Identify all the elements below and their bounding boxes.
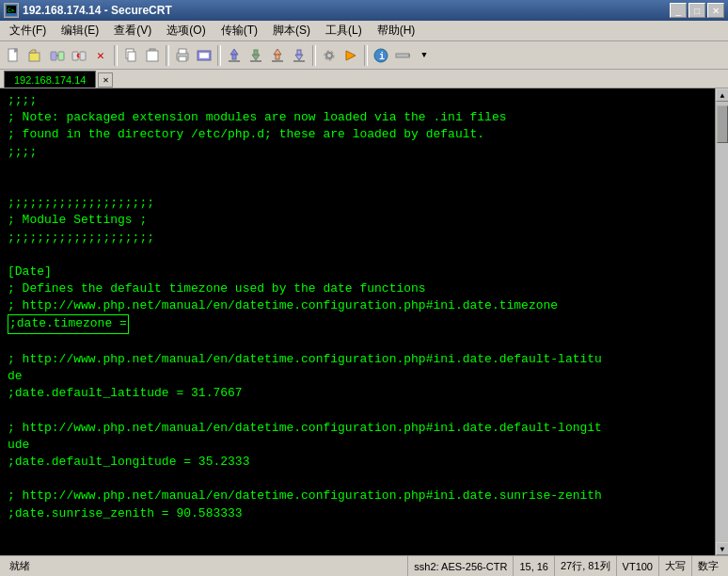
status-connection: ssh2: AES-256-CTR bbox=[408, 556, 514, 576]
toolbar-btn-open[interactable] bbox=[25, 45, 46, 66]
toolbar-btn-print[interactable] bbox=[172, 45, 193, 66]
app-icon: C> bbox=[4, 3, 19, 18]
toolbar-sep-1 bbox=[114, 45, 118, 66]
toolbar-btn-x[interactable]: ✕ bbox=[90, 45, 111, 66]
status-terminal-text: VT100 bbox=[623, 561, 653, 572]
menu-bar: 文件(F) 编辑(E) 查看(V) 选项(O) 传输(T) 脚本(S) 工具(L… bbox=[0, 21, 728, 41]
svg-marker-37 bbox=[346, 51, 356, 60]
toolbar-btn-disconnect[interactable] bbox=[69, 45, 89, 66]
scrollbar-track bbox=[716, 102, 728, 542]
status-mode1: 大写 bbox=[659, 556, 692, 576]
svg-marker-6 bbox=[29, 50, 36, 53]
toolbar-btn-upload[interactable] bbox=[224, 45, 245, 66]
toolbar-sep-4 bbox=[312, 45, 316, 66]
tab-close-btn[interactable]: ✕ bbox=[98, 72, 113, 88]
terminal-content: ;;;; ; Note: packaged extension modules … bbox=[8, 92, 707, 522]
svg-rect-31 bbox=[272, 60, 283, 62]
scrollbar-thumb[interactable] bbox=[717, 105, 728, 143]
status-connection-text: ssh2: AES-256-CTR bbox=[414, 561, 507, 572]
svg-marker-32 bbox=[295, 55, 303, 60]
toolbar-btn-paste[interactable] bbox=[142, 45, 163, 66]
svg-rect-33 bbox=[297, 50, 301, 55]
scrollbar-up-arrow[interactable]: ▲ bbox=[716, 88, 728, 102]
app-window: C> 192.168.174.14 - SecureCRT _ □ ✕ 文件(F… bbox=[0, 0, 728, 576]
status-mode1-text: 大写 bbox=[665, 559, 686, 573]
svg-point-35 bbox=[326, 53, 332, 58]
status-bar: 就绪 ssh2: AES-256-CTR 15, 16 27行, 81列 VT1… bbox=[0, 555, 728, 576]
status-terminal: VT100 bbox=[617, 556, 659, 576]
toolbar-btn-info[interactable]: i bbox=[371, 45, 391, 66]
terminal[interactable]: ;;;; ; Note: packaged extension modules … bbox=[0, 88, 715, 555]
toolbar-btn-connect[interactable] bbox=[47, 45, 68, 66]
svg-rect-19 bbox=[179, 49, 186, 54]
title-bar: C> 192.168.174.14 - SecureCRT _ □ ✕ bbox=[0, 0, 728, 21]
status-text: 就绪 bbox=[9, 559, 30, 573]
terminal-container: ;;;; ; Note: packaged extension modules … bbox=[0, 88, 728, 555]
status-mode2: 数字 bbox=[692, 556, 724, 576]
svg-rect-7 bbox=[51, 52, 56, 60]
scrollbar-vertical[interactable]: ▲ ▼ bbox=[715, 88, 728, 555]
svg-rect-24 bbox=[232, 55, 236, 59]
toolbar: ✕ bbox=[0, 41, 728, 70]
minimize-button[interactable]: _ bbox=[670, 3, 687, 18]
svg-marker-41 bbox=[408, 52, 410, 59]
terminal-line-1: ;;;; ; Note: packaged extension modules … bbox=[8, 93, 558, 312]
status-position: 15, 16 bbox=[514, 556, 555, 576]
tab-label: 192.168.174.14 bbox=[14, 74, 86, 86]
menu-help[interactable]: 帮助(H) bbox=[370, 22, 423, 40]
toolbar-btn-more[interactable] bbox=[392, 45, 413, 66]
toolbar-sep-5 bbox=[364, 45, 368, 66]
svg-rect-8 bbox=[58, 52, 64, 60]
terminal-after-timezone: ; http://www.php.net/manual/en/datetime.… bbox=[8, 352, 602, 520]
status-lines: 27行, 81列 bbox=[555, 556, 617, 576]
status-position-text: 15, 16 bbox=[519, 561, 548, 572]
toolbar-sep-2 bbox=[166, 45, 169, 66]
svg-rect-5 bbox=[29, 53, 40, 61]
svg-text:i: i bbox=[379, 52, 385, 62]
svg-marker-23 bbox=[230, 49, 238, 55]
tab-bar: 192.168.174.14 ✕ bbox=[0, 70, 728, 88]
svg-text:C>: C> bbox=[8, 7, 15, 13]
window-controls: _ □ ✕ bbox=[670, 3, 724, 18]
svg-rect-40 bbox=[396, 54, 409, 57]
svg-rect-22 bbox=[199, 53, 209, 58]
maximize-button[interactable]: □ bbox=[688, 3, 705, 18]
menu-edit[interactable]: 编辑(E) bbox=[54, 22, 106, 40]
svg-rect-34 bbox=[293, 60, 305, 62]
menu-options[interactable]: 选项(O) bbox=[159, 22, 213, 40]
scrollbar-down-arrow[interactable]: ▼ bbox=[716, 542, 728, 555]
svg-rect-20 bbox=[179, 56, 186, 61]
terminal-timezone-line: ;date.timezone = bbox=[8, 314, 129, 333]
svg-marker-29 bbox=[274, 49, 281, 55]
window-title: 192.168.174.14 - SecureCRT bbox=[23, 4, 172, 17]
svg-rect-28 bbox=[250, 60, 261, 62]
tab-session[interactable]: 192.168.174.14 bbox=[4, 71, 96, 88]
svg-rect-17 bbox=[147, 51, 158, 61]
toolbar-btn-macro[interactable] bbox=[340, 45, 361, 66]
close-button[interactable]: ✕ bbox=[707, 3, 724, 18]
menu-tools[interactable]: 工具(L) bbox=[318, 22, 370, 40]
svg-rect-30 bbox=[276, 55, 279, 59]
menu-view[interactable]: 查看(V) bbox=[106, 22, 159, 40]
toolbar-btn-dropdown[interactable]: ▼ bbox=[414, 45, 435, 66]
menu-transfer[interactable]: 传输(T) bbox=[214, 22, 265, 40]
svg-rect-11 bbox=[80, 52, 86, 60]
toolbar-btn-download2[interactable] bbox=[289, 45, 309, 66]
svg-rect-25 bbox=[229, 60, 240, 62]
toolbar-sep-3 bbox=[217, 45, 221, 66]
status-lines-text: 27行, 81列 bbox=[561, 559, 610, 573]
status-ready: 就绪 bbox=[4, 556, 408, 576]
toolbar-btn-download[interactable] bbox=[245, 45, 266, 66]
svg-marker-26 bbox=[252, 55, 260, 60]
status-mode2-text: 数字 bbox=[698, 559, 719, 573]
toolbar-btn-settings[interactable] bbox=[319, 45, 340, 66]
toolbar-btn-upload2[interactable] bbox=[267, 45, 288, 66]
toolbar-btn-printscreen[interactable] bbox=[194, 45, 214, 66]
svg-rect-27 bbox=[254, 50, 258, 55]
toolbar-btn-copy[interactable] bbox=[120, 45, 141, 66]
menu-file[interactable]: 文件(F) bbox=[2, 22, 54, 40]
toolbar-btn-new[interactable] bbox=[4, 45, 24, 66]
menu-script[interactable]: 脚本(S) bbox=[265, 22, 318, 40]
svg-rect-15 bbox=[128, 52, 135, 61]
